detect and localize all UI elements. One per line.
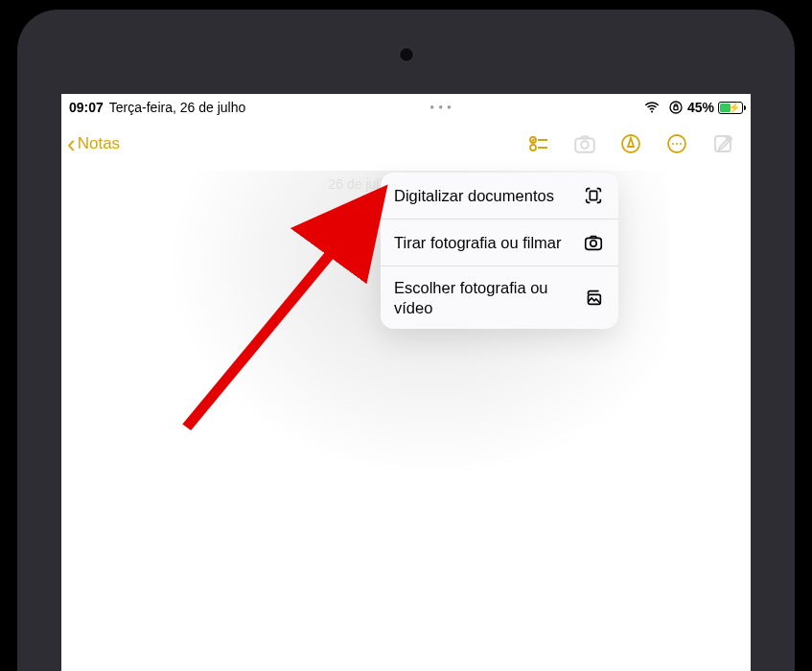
gallery-icon (582, 287, 605, 310)
more-icon[interactable] (664, 131, 689, 156)
screen: 09:07 Terça-feira, 26 de julho ●●● (61, 94, 751, 671)
multitask-dots[interactable]: ●●● (245, 103, 639, 111)
nav-bar: ‹ Notas (61, 121, 751, 167)
menu-item-take-photo[interactable]: Tirar fotografia ou filmar (381, 220, 618, 266)
svg-point-12 (676, 143, 678, 145)
compose-icon[interactable] (710, 131, 735, 156)
svg-point-17 (591, 241, 596, 246)
chevron-left-icon: ‹ (67, 131, 76, 156)
svg-point-5 (530, 145, 536, 150)
note-canvas[interactable]: 26 de julho de 2022 09:07 Digitalizar do… (61, 167, 751, 671)
menu-label: Escolher fotografia ou vídeo (394, 278, 572, 317)
status-bar: 09:07 Terça-feira, 26 de julho ●●● (61, 94, 751, 121)
device-camera (400, 48, 413, 61)
menu-item-scan-documents[interactable]: Digitalizar documentos (381, 173, 618, 220)
svg-point-0 (651, 110, 653, 112)
checklist-icon[interactable] (526, 131, 551, 156)
back-button[interactable]: ‹ Notas (67, 131, 120, 156)
wifi-icon (639, 95, 664, 120)
camera-menu-popover: Digitalizar documentos Tirar fotografia … (381, 173, 618, 329)
svg-point-13 (680, 143, 682, 145)
battery-icon: ⚡ (718, 102, 743, 114)
scan-document-icon (582, 184, 605, 207)
svg-point-1 (670, 102, 682, 113)
rotation-lock-icon (668, 100, 684, 115)
svg-point-8 (581, 141, 589, 149)
battery-percent: 45% (687, 100, 714, 115)
device-bezel-inner: 09:07 Terça-feira, 26 de julho ●●● (17, 10, 795, 671)
status-date: Terça-feira, 26 de julho (109, 100, 245, 115)
svg-line-20 (187, 200, 375, 428)
markup-icon[interactable] (618, 131, 643, 156)
menu-label: Digitalizar documentos (394, 186, 572, 206)
svg-rect-15 (590, 191, 596, 199)
svg-rect-2 (674, 106, 678, 110)
camera-icon (582, 231, 605, 254)
back-label: Notas (78, 134, 120, 153)
menu-item-choose-media[interactable]: Escolher fotografia ou vídeo (381, 266, 618, 329)
menu-label: Tirar fotografia ou filmar (394, 233, 572, 253)
status-time: 09:07 (69, 100, 104, 115)
camera-toolbar-icon[interactable] (572, 131, 597, 156)
svg-point-11 (672, 143, 674, 145)
device-bezel: 09:07 Terça-feira, 26 de julho ●●● (0, 0, 812, 671)
